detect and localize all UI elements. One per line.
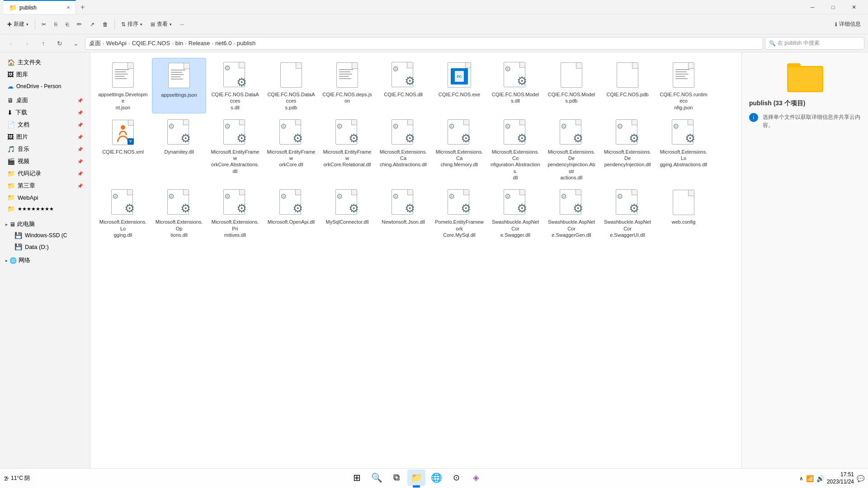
rename-button[interactable]: ✏	[73, 19, 85, 29]
taskbar-vs-wrap: ◈	[467, 469, 485, 488]
notification-icon[interactable]: 💬	[857, 475, 864, 482]
restore-button[interactable]: □	[823, 0, 844, 14]
file-item[interactable]: ⚙ ⚙ CQIE.FC.NOS.Models.dll	[488, 58, 542, 113]
file-item[interactable]: ⚙ ⚙ Swashbuckle.AspNetCore.SwaggerUI.dll	[600, 185, 655, 241]
file-item[interactable]: ⚙ ⚙ Microsoft.Extensions.DependencyInjec…	[600, 115, 655, 183]
sidebar-item-starred[interactable]: 📁 ★★★★★★★★	[2, 203, 88, 214]
breadcrumb[interactable]: 桌面 › WebApi › CQIE.FC.NOS › bin › Releas…	[85, 37, 763, 50]
file-explorer-taskbar-button[interactable]: 📁	[407, 469, 425, 486]
thispc-expand-arrow: ▸	[5, 222, 8, 227]
search-taskbar-button[interactable]: 🔍	[368, 469, 386, 486]
edge-taskbar-button[interactable]: 🌐	[427, 469, 445, 486]
file-item[interactable]: CQIE.FC.NOS.Models.pdb	[544, 58, 599, 113]
sidebar-item-downloads[interactable]: ⬇ 下载 📌	[2, 107, 88, 118]
bc-cqie[interactable]: CQIE.FC.NOS	[132, 40, 170, 47]
chrome-taskbar-button[interactable]: ⊙	[447, 469, 465, 486]
file-item[interactable]: ⚙ ⚙ Newtonsoft.Json.dll	[376, 185, 430, 241]
file-item[interactable]: ⚙ ⚙ Dynamitey.dll	[152, 115, 206, 183]
new-button[interactable]: ✚ 新建 ▾	[4, 19, 32, 30]
file-item[interactable]: CQIE.FC.NOS.pdb	[600, 58, 655, 113]
cut-button[interactable]: ✂	[38, 19, 50, 29]
up-button[interactable]: ↑	[36, 37, 51, 50]
task-view-button[interactable]: ⧉	[387, 469, 406, 486]
vs-taskbar-button[interactable]: ◈	[467, 469, 485, 486]
sidebar-item-onedrive[interactable]: ☁ OneDrive - Person	[2, 81, 88, 92]
gallery-icon: 🖼	[7, 71, 14, 78]
file-item[interactable]: ⚙ ⚙ CQIE.FC.NOS.dll	[376, 58, 430, 113]
file-item[interactable]: FC CQIE.FC.NOS.exe	[432, 58, 486, 113]
file-item[interactable]: ⚙ ⚙ Microsoft.EntityFrameworkCore.Abstra…	[208, 115, 262, 183]
weather-widget[interactable]: 🌫 11°C 阴	[4, 474, 30, 482]
file-item[interactable]: ⚙ ⚙ Microsoft.Extensions.Caching.Memory.…	[432, 115, 486, 183]
share-button[interactable]: ↗	[86, 19, 98, 29]
new-tab-button[interactable]: +	[76, 3, 89, 11]
bc-desktop[interactable]: 桌面	[89, 39, 101, 47]
sidebar-item-music[interactable]: 🎵 音乐 📌	[2, 143, 88, 155]
network-sys-icon[interactable]: 📶	[806, 475, 814, 482]
file-item[interactable]: ⚙ ⚙ Microsoft.Extensions.Logging.dll	[96, 185, 150, 241]
delete-button[interactable]: 🗑	[99, 19, 112, 29]
path-selector-button[interactable]: ⌄	[69, 37, 83, 50]
file-item[interactable]: CQIE.FC.NOS.deps.json	[320, 58, 374, 113]
info-icon: i	[749, 113, 758, 122]
file-item[interactable]: ⚙ ⚙ Microsoft.EntityFrameworkCore.Relati…	[320, 115, 374, 183]
file-item[interactable]: ⚙ ⚙ MySqlConnector.dll	[320, 185, 374, 241]
sidebar-item-windows-ssd[interactable]: 💾 Windows-SSD (C	[2, 230, 88, 241]
sidebar-item-videos[interactable]: 🎬 视频 📌	[2, 155, 88, 167]
sidebar-item-chapter3[interactable]: 📁 第三章 📌	[2, 180, 88, 192]
sidebar-item-docs[interactable]: 📄 文档 📌	[2, 119, 88, 131]
sidebar-item-network[interactable]: ▸ 🌐 网络	[2, 255, 88, 266]
sidebar-item-pictures[interactable]: 🖼 图片 📌	[2, 131, 88, 143]
refresh-button[interactable]: ↻	[52, 37, 67, 50]
file-item[interactable]: CQIE.FC.NOS.runtimeconfig.json	[656, 58, 711, 113]
back-button[interactable]: ‹	[4, 37, 18, 50]
file-item[interactable]: ⚙ ⚙ Pomelo.EntityFrameworkCore.MySql.dll	[432, 185, 486, 241]
search-box[interactable]: 🔍 在 publish 中搜索	[765, 37, 864, 50]
sys-chevron-icon[interactable]: ∧	[799, 475, 803, 482]
file-item[interactable]: appsettings.Development.json	[96, 58, 150, 113]
file-item[interactable]: ⚙ ⚙ Microsoft.Extensions.Options.dll	[152, 185, 206, 241]
file-item[interactable]: ⚙ ⚙ Swashbuckle.AspNetCore.Swagger.dll	[488, 185, 542, 241]
pin-icon-pictures: 📌	[77, 135, 83, 140]
file-item[interactable]: ⚙ ⚙ Microsoft.Extensions.DependencyInjec…	[544, 115, 599, 183]
starred-icon: 📁	[7, 205, 15, 212]
file-item[interactable]: CQIE.FC.NOS.DataAccess.pdb	[264, 58, 318, 113]
sidebar-item-home[interactable]: 🏠 主文件夹	[2, 56, 88, 68]
copy-button[interactable]: ⎘	[51, 19, 61, 29]
file-item[interactable]: ⚙ ⚙ Microsoft.Extensions.Logging.Abstrac…	[656, 115, 711, 183]
file-item[interactable]: ⚙ ⚙ CQIE.FC.NOS.DataAccess.dll	[208, 58, 262, 113]
file-item[interactable]: ⚙ ⚙ Microsoft.Extensions.Caching.Abstrac…	[376, 115, 430, 183]
more-button[interactable]: ···	[176, 19, 188, 29]
bc-release[interactable]: Release	[189, 40, 210, 47]
start-button[interactable]: ⊞	[348, 469, 366, 486]
file-item[interactable]: V CQIE.FC.NOS.xml	[96, 115, 150, 183]
file-item[interactable]: ⚙ ⚙ Microsoft.Extensions.Configuration.A…	[488, 115, 542, 183]
close-button[interactable]: ✕	[844, 0, 864, 14]
active-tab[interactable]: 📁 publish ✕	[4, 0, 76, 14]
sidebar-item-webapi[interactable]: 📁 WebApi	[2, 192, 88, 203]
view-button[interactable]: ⊞ 查看 ▾	[147, 19, 175, 30]
sidebar-item-thispc[interactable]: ▸ 🖥 此电脑	[2, 219, 88, 230]
paste-button[interactable]: ⎗	[62, 19, 72, 29]
sort-button[interactable]: ⇅ 排序 ▾	[118, 19, 146, 30]
forward-button[interactable]: ›	[20, 37, 34, 50]
bc-publish[interactable]: publish	[237, 40, 255, 47]
tab-close-button[interactable]: ✕	[66, 5, 70, 10]
sidebar-item-gallery[interactable]: 🖼 图库	[2, 69, 88, 80]
file-item[interactable]: ⚙ ⚙ Swashbuckle.AspNetCore.SwaggerGen.dl…	[544, 185, 599, 241]
file-item[interactable]: ⚙ ⚙ Microsoft.EntityFrameworkCore.dll	[264, 115, 318, 183]
minimize-button[interactable]: ─	[802, 0, 823, 14]
clock-widget[interactable]: 17:51 2023/11/24	[827, 471, 854, 485]
file-item[interactable]: appsettings.json	[152, 58, 206, 113]
bc-bin[interactable]: bin	[175, 40, 183, 47]
detail-info-toggle[interactable]: ℹ 详细信息	[831, 19, 864, 30]
sidebar-item-data[interactable]: 💾 Data (D:)	[2, 241, 88, 252]
sidebar-item-desktop[interactable]: 🖥 桌面 📌	[2, 94, 88, 106]
file-item[interactable]: web.config	[656, 185, 711, 241]
file-item[interactable]: ⚙ ⚙ Microsoft.Extensions.Primitives.dll	[208, 185, 262, 241]
volume-icon[interactable]: 🔊	[816, 475, 824, 482]
bc-net6[interactable]: net6.0	[215, 40, 231, 47]
sidebar-item-code[interactable]: 📁 代码记录 📌	[2, 168, 88, 179]
file-item[interactable]: ⚙ ⚙ Microsoft.OpenApi.dll	[264, 185, 318, 241]
bc-webapi[interactable]: WebApi	[106, 40, 127, 47]
